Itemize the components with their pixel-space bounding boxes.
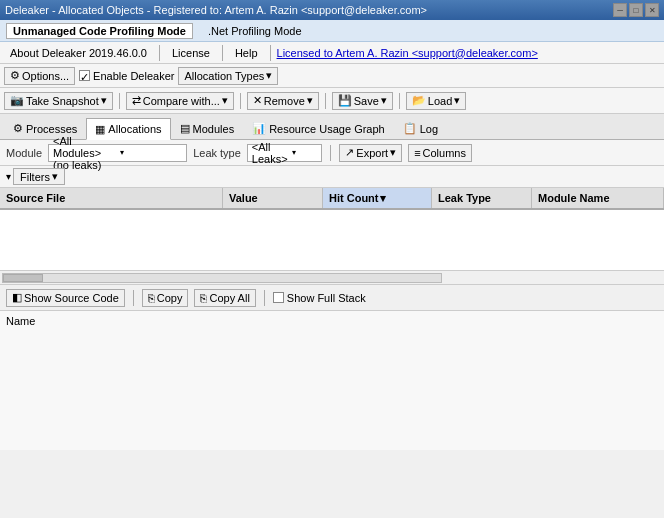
license-menu[interactable]: License: [166, 45, 216, 61]
leak-type-arrow: ▾: [290, 148, 320, 157]
graph-icon: 📊: [252, 122, 266, 135]
load-icon: 📂: [412, 94, 426, 107]
show-full-stack-label[interactable]: Show Full Stack: [273, 292, 366, 304]
restore-button[interactable]: □: [629, 3, 643, 17]
tab-resource-usage[interactable]: 📊 Resource Usage Graph: [243, 117, 394, 139]
export-icon: ↗: [345, 146, 354, 159]
show-full-stack-checkbox[interactable]: [273, 292, 284, 303]
close-button[interactable]: ✕: [645, 3, 659, 17]
snapshot-toolbar: 📷 Take Snapshot ▾ ⇄ Compare with... ▾ ✕ …: [0, 88, 664, 114]
col-header-leak-type[interactable]: Leak Type: [432, 188, 532, 208]
options-button[interactable]: ⚙ Options...: [4, 67, 75, 85]
module-select-arrow: ▾: [118, 148, 185, 157]
tab-modules[interactable]: ▤ Modules: [171, 117, 244, 139]
export-arrow: ▾: [390, 146, 396, 159]
copy-icon: ⎘: [148, 292, 155, 304]
options-toolbar: ⚙ Options... ✓ Enable Deleaker Allocatio…: [0, 64, 664, 88]
sep-bottom-2: [264, 290, 265, 306]
separator-3: [270, 45, 271, 61]
title-text: Deleaker - Allocated Objects - Registere…: [5, 4, 427, 16]
hit-count-sort-icon: ▾: [380, 192, 386, 205]
show-source-code-button[interactable]: ◧ Show Source Code: [6, 289, 125, 307]
sep-filter: [330, 145, 331, 161]
enable-deleaker-checkbox-label[interactable]: ✓ Enable Deleaker: [79, 70, 174, 82]
scrollbar-thumb[interactable]: [3, 274, 43, 282]
save-button[interactable]: 💾 Save ▾: [332, 92, 393, 110]
window-controls: ─ □ ✕: [613, 3, 659, 17]
module-icon: ▤: [180, 122, 190, 135]
load-button[interactable]: 📂 Load ▾: [406, 92, 466, 110]
copy-button[interactable]: ⎘ Copy: [142, 289, 189, 307]
tab-log[interactable]: 📋 Log: [394, 117, 447, 139]
compare-with-button[interactable]: ⇄ Compare with... ▾: [126, 92, 234, 110]
options-icon: ⚙: [10, 69, 20, 82]
title-bar: Deleaker - Allocated Objects - Registere…: [0, 0, 664, 20]
copy-all-button[interactable]: ⎘ Copy All: [194, 289, 255, 307]
columns-icon: ≡: [414, 147, 420, 159]
sep-bottom-1: [133, 290, 134, 306]
save-icon: 💾: [338, 94, 352, 107]
name-panel: Name: [0, 310, 664, 450]
copy-all-icon: ⎘: [200, 292, 207, 304]
export-button[interactable]: ↗ Export ▾: [339, 144, 402, 162]
compare-arrow: ▾: [222, 94, 228, 107]
filters-button[interactable]: Filters ▾: [13, 168, 65, 185]
allocation-types-button[interactable]: Allocation Types ▾: [178, 67, 278, 85]
col-header-source-file[interactable]: Source File: [0, 188, 223, 208]
allocation-types-arrow: ▾: [266, 69, 272, 82]
columns-button[interactable]: ≡ Columns: [408, 144, 472, 162]
filter-bar: Module <All Modules> (no leaks) ▾ Leak t…: [0, 140, 664, 166]
filters-dropdown-arrow: ▾: [52, 170, 58, 183]
col-header-module-name: Module Name: [532, 188, 664, 208]
bottom-toolbar: ◧ Show Source Code ⎘ Copy ⎘ Copy All Sho…: [0, 284, 664, 310]
sep-snap: [119, 93, 120, 109]
leak-type-select[interactable]: <All Leaks> ▾: [247, 144, 322, 162]
licensed-to-link[interactable]: Licensed to Artem A. Razin <support@dele…: [277, 47, 538, 59]
funnel-icon: ▾: [6, 171, 11, 182]
load-arrow: ▾: [454, 94, 460, 107]
remove-arrow: ▾: [307, 94, 313, 107]
profiling-mode-bar: Unmanaged Code Profiling Mode .Net Profi…: [0, 20, 664, 42]
save-arrow: ▾: [381, 94, 387, 107]
about-bar: About Deleaker 2019.46.0.0 License Help …: [0, 42, 664, 64]
scrollbar-track[interactable]: [2, 273, 442, 283]
help-menu[interactable]: Help: [229, 45, 264, 61]
separator-2: [222, 45, 223, 61]
sep-rm: [325, 93, 326, 109]
snapshot-dropdown-arrow: ▾: [101, 94, 107, 107]
remove-icon: ✕: [253, 94, 262, 107]
column-header-row: Source File Value Hit Count ▾ Leak Type …: [0, 188, 664, 210]
col-header-hit-count[interactable]: Hit Count ▾: [323, 188, 432, 208]
source-code-icon: ◧: [12, 291, 22, 304]
name-label: Name: [6, 315, 35, 327]
horizontal-scrollbar[interactable]: [0, 270, 664, 284]
col-header-value[interactable]: Value: [223, 188, 323, 208]
remove-button[interactable]: ✕ Remove ▾: [247, 92, 319, 110]
module-select[interactable]: <All Modules> (no leaks) ▾: [48, 144, 187, 162]
separator-1: [159, 45, 160, 61]
data-area: [0, 210, 664, 270]
dotnet-mode-button[interactable]: .Net Profiling Mode: [201, 23, 309, 39]
process-icon: ⚙: [13, 122, 23, 135]
compare-icon: ⇄: [132, 94, 141, 107]
module-label: Module: [6, 147, 42, 159]
enable-deleaker-checkbox[interactable]: ✓: [79, 70, 90, 81]
about-version[interactable]: About Deleaker 2019.46.0.0: [4, 45, 153, 61]
sep-cmp: [240, 93, 241, 109]
log-icon: 📋: [403, 122, 417, 135]
unmanaged-mode-button[interactable]: Unmanaged Code Profiling Mode: [6, 23, 193, 39]
leak-type-label: Leak type: [193, 147, 241, 159]
snapshot-icon: 📷: [10, 94, 24, 107]
take-snapshot-button[interactable]: 📷 Take Snapshot ▾: [4, 92, 113, 110]
minimize-button[interactable]: ─: [613, 3, 627, 17]
sep-save: [399, 93, 400, 109]
